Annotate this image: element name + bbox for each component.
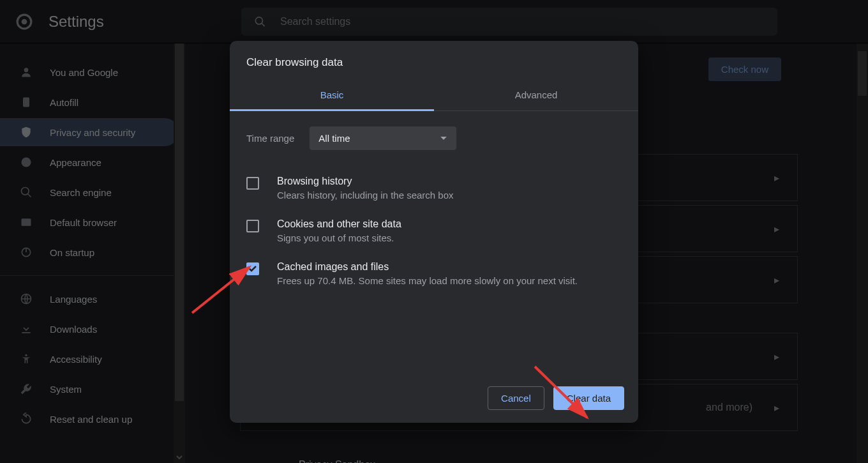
time-range-row: Time range All time	[246, 126, 622, 150]
clear-data-button[interactable]: Clear data	[553, 386, 624, 410]
dialog-title: Clear browsing data	[230, 41, 638, 80]
checkbox-cached[interactable]	[246, 262, 259, 275]
dialog-tabs: Basic Advanced	[230, 80, 638, 111]
option-subtitle: Clears history, including in the search …	[277, 190, 454, 201]
option-cached[interactable]: Cached images and files Frees up 70.4 MB…	[246, 252, 622, 295]
option-cookies[interactable]: Cookies and other site data Signs you ou…	[246, 209, 622, 252]
clear-browsing-data-dialog: Clear browsing data Basic Advanced Time …	[230, 41, 638, 423]
checkbox-browsing-history[interactable]	[246, 177, 259, 190]
dropdown-triangle-icon	[440, 133, 447, 144]
cancel-button[interactable]: Cancel	[488, 386, 544, 410]
time-range-select[interactable]: All time	[310, 126, 456, 150]
option-subtitle: Frees up 70.4 MB. Some sites may load mo…	[277, 275, 578, 286]
tab-advanced[interactable]: Advanced	[434, 80, 638, 110]
dialog-actions: Cancel Clear data	[230, 377, 638, 423]
option-title: Cookies and other site data	[277, 218, 401, 230]
option-title: Cached images and files	[277, 261, 578, 273]
time-range-value: All time	[318, 133, 350, 144]
checkbox-cookies[interactable]	[246, 220, 259, 232]
option-subtitle: Signs you out of most sites.	[277, 232, 401, 243]
dialog-body: Time range All time Browsing history Cle…	[230, 111, 638, 377]
tab-basic[interactable]: Basic	[230, 80, 434, 110]
option-browsing-history[interactable]: Browsing history Clears history, includi…	[246, 167, 622, 209]
option-title: Browsing history	[277, 176, 454, 187]
time-range-label: Time range	[246, 133, 294, 144]
